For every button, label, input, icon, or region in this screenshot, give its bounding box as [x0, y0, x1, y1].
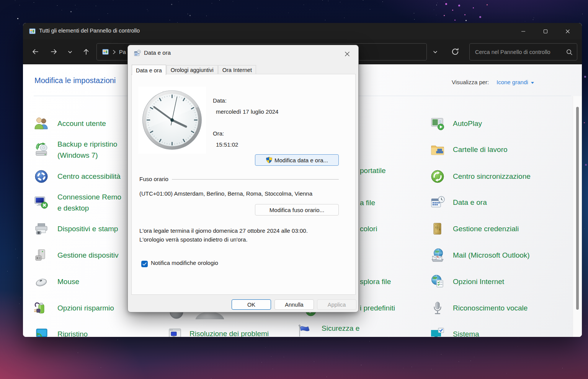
cp-item-label[interactable]: portatile	[360, 167, 386, 175]
work-folders-icon[interactable]	[430, 142, 445, 157]
notify-clock-checkbox[interactable]	[141, 261, 148, 267]
scrollbar-thumb[interactable]	[576, 107, 579, 310]
users-icon[interactable]	[34, 116, 49, 131]
security-flag-icon[interactable]	[297, 323, 312, 337]
cp-item-label[interactable]: Gestione credenziali	[453, 225, 519, 233]
notify-clock-label[interactable]: Notifica modifiche orologio	[151, 260, 218, 266]
sync-center-icon[interactable]	[430, 169, 445, 184]
cp-item-label[interactable]: a file	[360, 199, 375, 207]
date-time-icon	[134, 50, 141, 57]
cp-item-label[interactable]: Sicurezza e	[322, 324, 359, 333]
power-icon[interactable]	[34, 301, 49, 316]
dst-note-line1: L'ora legale termina il giorno domenica …	[139, 227, 308, 234]
cp-item-label[interactable]: Connessione Remo	[57, 193, 121, 201]
troubleshoot-icon[interactable]	[167, 326, 183, 337]
cp-item-label[interactable]: Centro accessibilità	[57, 172, 121, 181]
date-time-dialog: Data e ora Data e ora Orologi aggiuntivi…	[127, 45, 359, 312]
cancel-button[interactable]: Annulla	[274, 299, 314, 310]
internet-options-icon[interactable]	[430, 274, 445, 289]
tab-orologi-aggiuntivi[interactable]: Orologi aggiuntivi	[167, 65, 218, 74]
dialog-tabs: Data e ora Orologi aggiuntivi Ora Intern…	[132, 65, 256, 74]
remote-desktop-icon[interactable]	[34, 195, 49, 210]
timezone-group-label: Fuso orario	[139, 176, 168, 182]
cp-item-label[interactable]: Dispositivi e stamp	[57, 225, 118, 233]
cp-item-label[interactable]: AutoPlay	[453, 119, 482, 128]
mail-icon[interactable]	[430, 248, 445, 263]
date-value: mercoledì 17 luglio 2024	[216, 108, 278, 115]
tab-ora-internet[interactable]: Ora Internet	[218, 65, 256, 74]
change-timezone-button[interactable]: Modifica fuso orario...	[255, 204, 339, 216]
accessibility-icon[interactable]	[34, 169, 49, 184]
autoplay-icon[interactable]	[430, 116, 445, 131]
scrollbar-track[interactable]	[573, 96, 582, 337]
mouse-icon[interactable]	[34, 274, 49, 289]
devices-printers-icon[interactable]	[34, 221, 49, 237]
change-datetime-button[interactable]: Modifica data e ora...	[255, 154, 339, 166]
cp-item-label[interactable]: Sistema	[453, 330, 479, 337]
wallpaper-nebula-dots	[0, 0, 0, 0]
cp-item-label[interactable]: colori	[360, 225, 377, 233]
cp-item-label[interactable]: e desktop	[57, 204, 89, 212]
uac-shield-icon	[266, 157, 273, 163]
cp-item-label[interactable]: Risoluzione dei problemi	[189, 330, 269, 337]
apply-button[interactable]: Applica	[317, 299, 356, 310]
cp-item-label[interactable]: Opzioni risparmio	[57, 304, 114, 312]
group-rule	[172, 179, 339, 180]
timezone-group: Fuso orario	[139, 176, 339, 182]
date-label: Data:	[213, 97, 227, 104]
cp-item-label[interactable]: Mail (Microsoft Outlook)	[453, 251, 530, 260]
credentials-icon[interactable]	[430, 221, 445, 237]
cp-item-label[interactable]: Backup e ripristino	[57, 140, 117, 149]
cp-item-label[interactable]: Data e ora	[453, 198, 487, 207]
system-icon[interactable]	[430, 327, 445, 337]
cp-item-label[interactable]: Mouse	[57, 278, 79, 286]
cp-item-label[interactable]: Gestione dispositiv	[57, 251, 118, 260]
change-timezone-label: Modifica fuso orario...	[270, 207, 324, 213]
dialog-title: Data e ora	[144, 49, 171, 56]
cp-item-label[interactable]: Ripristino	[57, 330, 88, 337]
cp-item-label[interactable]: splora file	[360, 278, 391, 286]
ok-button[interactable]: OK	[232, 299, 271, 310]
time-label: Ora:	[213, 130, 224, 137]
cp-item-label[interactable]: Account utente	[57, 119, 106, 128]
device-manager-icon[interactable]	[34, 248, 49, 263]
dst-note-line2: L'orologio verrà spostato indietro di un…	[139, 236, 248, 243]
cp-item-label[interactable]: Opzioni Internet	[453, 278, 504, 286]
cp-item-label[interactable]: Centro sincronizzazione	[453, 172, 531, 181]
speech-icon[interactable]	[430, 301, 445, 316]
change-datetime-label: Modifica data e ora...	[274, 157, 328, 163]
tab-data-e-ora[interactable]: Data e ora	[132, 65, 166, 75]
cp-item-label[interactable]: Cartelle di lavoro	[453, 145, 508, 154]
recovery-icon[interactable]	[34, 327, 49, 337]
analog-clock	[138, 87, 206, 154]
cp-item-label[interactable]: Riconoscimento vocale	[453, 304, 528, 312]
timezone-value: (UTC+01:00) Amsterdam, Berlino, Berna, R…	[139, 190, 312, 197]
cp-item-label[interactable]: i predefiniti	[360, 304, 395, 312]
cp-item-label[interactable]: (Windows 7)	[57, 151, 98, 160]
date-time-icon[interactable]	[430, 195, 445, 210]
backup-icon[interactable]	[34, 142, 49, 157]
time-value: 15:51:02	[216, 141, 238, 148]
close-icon[interactable]	[341, 49, 354, 59]
desktop: Tutti gli elementi del Pannello di contr…	[0, 0, 588, 379]
